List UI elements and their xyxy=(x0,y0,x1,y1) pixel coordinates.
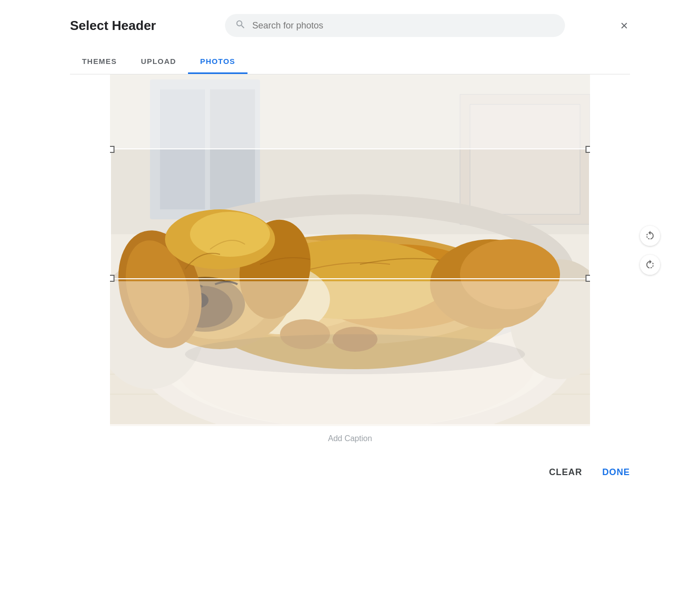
image-area: Add Caption xyxy=(70,74,630,455)
dialog-title: Select Header xyxy=(70,18,156,33)
done-button[interactable]: DONE xyxy=(602,467,630,478)
tabs-row: THEMES UPLOAD PHOTOS xyxy=(70,51,630,74)
tab-themes[interactable]: THEMES xyxy=(70,51,129,74)
search-icon xyxy=(235,19,246,32)
tab-upload[interactable]: UPLOAD xyxy=(129,51,188,74)
action-row: CLEAR DONE xyxy=(70,455,630,494)
svg-point-35 xyxy=(460,239,560,309)
svg-point-33 xyxy=(190,212,270,257)
svg-rect-6 xyxy=(470,104,580,214)
close-button[interactable]: × xyxy=(618,17,630,34)
rotate-right-button[interactable] xyxy=(640,255,660,275)
svg-rect-4 xyxy=(210,89,255,209)
tab-photos[interactable]: PHOTOS xyxy=(188,51,247,74)
search-bar[interactable] xyxy=(225,14,565,37)
svg-rect-3 xyxy=(160,89,205,209)
caption-text: Add Caption xyxy=(328,434,372,443)
rotate-left-button[interactable] xyxy=(640,226,660,246)
header-row: Select Header × xyxy=(70,14,630,37)
search-input[interactable] xyxy=(252,20,555,31)
clear-button[interactable]: CLEAR xyxy=(549,467,582,478)
rotate-controls xyxy=(640,226,660,275)
photo-container[interactable] xyxy=(110,74,590,426)
svg-point-38 xyxy=(185,334,525,374)
select-header-dialog: Select Header × THEMES UPLOAD PHOTOS xyxy=(50,0,650,494)
caption-area[interactable]: Add Caption xyxy=(70,426,630,455)
dog-photo-svg xyxy=(110,74,590,424)
